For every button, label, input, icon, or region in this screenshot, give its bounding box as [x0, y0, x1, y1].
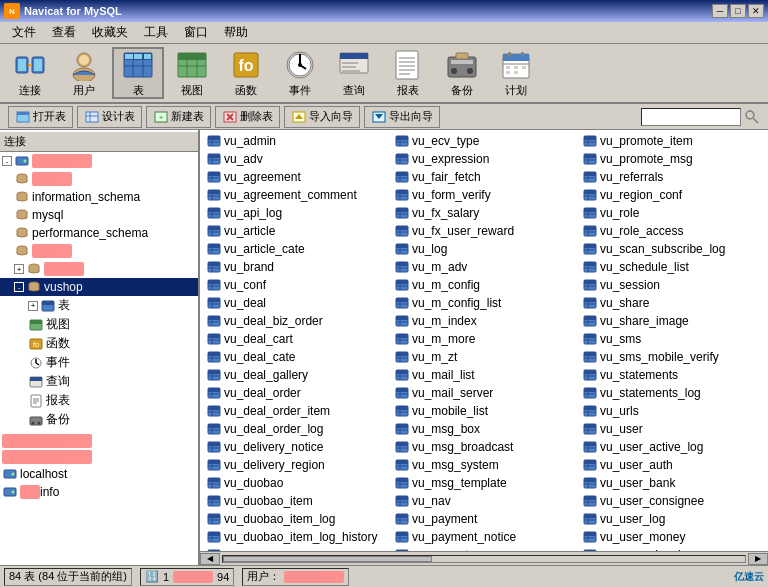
- table-row-item[interactable]: vu_promote_msg: [578, 150, 766, 168]
- table-row-item[interactable]: vu_brand: [202, 258, 390, 276]
- tree-item-w-info[interactable]: xxx info: [0, 483, 198, 501]
- table-row-item[interactable]: vu_sms_mobile_verify: [578, 348, 766, 366]
- toolbar-function-button[interactable]: fo 函数: [220, 47, 272, 99]
- scroll-right-btn[interactable]: ▶: [748, 553, 768, 565]
- delete-table-button[interactable]: 删除表: [215, 106, 280, 128]
- table-row-item[interactable]: vu_user_auth: [578, 456, 766, 474]
- table-row-item[interactable]: vu_user_log: [578, 510, 766, 528]
- tree-item-reports[interactable]: 报表: [0, 391, 198, 410]
- table-row-item[interactable]: vu_session: [578, 276, 766, 294]
- table-row-item[interactable]: vu_ecv_type: [390, 132, 578, 150]
- open-table-button[interactable]: 打开表: [8, 106, 73, 128]
- table-row-item[interactable]: vu_statements: [578, 366, 766, 384]
- table-row-item[interactable]: vu_mail_server: [390, 384, 578, 402]
- toolbar-connect-button[interactable]: 连接: [4, 47, 56, 99]
- table-row-item[interactable]: vu_m_more: [390, 330, 578, 348]
- tree-item-functions[interactable]: fo 函数: [0, 334, 198, 353]
- tree-item-queries[interactable]: 查询: [0, 372, 198, 391]
- table-row-item[interactable]: vu_user_consignee: [578, 492, 766, 510]
- table-row-item[interactable]: vu_duobao_item: [202, 492, 390, 510]
- menu-tools[interactable]: 工具: [136, 22, 176, 43]
- toolbar-query-button[interactable]: 查询: [328, 47, 380, 99]
- table-row-item[interactable]: vu_user_money: [578, 528, 766, 546]
- scroll-left-btn[interactable]: ◀: [200, 553, 220, 565]
- tree-item-redact3[interactable]: xxxxxxxxxx: [0, 449, 198, 465]
- new-table-button[interactable]: + 新建表: [146, 106, 211, 128]
- design-table-button[interactable]: 设计表: [77, 106, 142, 128]
- table-row-item[interactable]: vu_user_active_log: [578, 438, 766, 456]
- maximize-button[interactable]: □: [730, 4, 746, 18]
- toolbar-report-button[interactable]: 报表: [382, 47, 434, 99]
- table-row-item[interactable]: vu_m_config_list: [390, 294, 578, 312]
- search-icon[interactable]: [744, 109, 760, 125]
- tree-item-redact2[interactable]: xxxxxxxxxx: [0, 433, 198, 449]
- table-row-item[interactable]: vu_deal_cate: [202, 348, 390, 366]
- table-row-item[interactable]: vu_m_adv: [390, 258, 578, 276]
- table-row-item[interactable]: vu_duobao_item_log_history: [202, 528, 390, 546]
- table-row-item[interactable]: vu_deal_gallery: [202, 366, 390, 384]
- search-input[interactable]: [641, 108, 741, 126]
- table-row-item[interactable]: vu_fair_fetch: [390, 168, 578, 186]
- toolbar-schedule-button[interactable]: 计划: [490, 47, 542, 99]
- table-row-item[interactable]: vu_urls: [578, 402, 766, 420]
- table-row-item[interactable]: vu_fx_salary: [390, 204, 578, 222]
- table-row-item[interactable]: vu_agreement_comment: [202, 186, 390, 204]
- table-row-item[interactable]: vu_adv: [202, 150, 390, 168]
- table-row-item[interactable]: vu_share_image: [578, 312, 766, 330]
- table-row-item[interactable]: vu_m_zt: [390, 348, 578, 366]
- toolbar-user-button[interactable]: 用户: [58, 47, 110, 99]
- table-row-item[interactable]: vu_form_verify: [390, 186, 578, 204]
- table-row-item[interactable]: vu_msg_template: [390, 474, 578, 492]
- table-row-item[interactable]: vu_api_log: [202, 204, 390, 222]
- table-row-item[interactable]: vu_admin: [202, 132, 390, 150]
- tree-item-shed-redact[interactable]: + xxxxxx: [0, 260, 198, 278]
- table-row-item[interactable]: vu_deal_biz_order: [202, 312, 390, 330]
- tree-item-backups[interactable]: 备份: [0, 410, 198, 429]
- table-row-item[interactable]: vu_scan_subscribe_log: [578, 240, 766, 258]
- menu-help[interactable]: 帮助: [216, 22, 256, 43]
- tree-expand-vushop[interactable]: -: [14, 282, 24, 292]
- tree-item-perf-schema[interactable]: performance_schema: [0, 224, 198, 242]
- tree-item-views[interactable]: 视图: [0, 315, 198, 334]
- table-row-item[interactable]: vu_role_access: [578, 222, 766, 240]
- table-row-item[interactable]: vu_role: [578, 204, 766, 222]
- table-row-item[interactable]: vu_sms: [578, 330, 766, 348]
- table-row-item[interactable]: vu_deal_order: [202, 384, 390, 402]
- menu-file[interactable]: 文件: [4, 22, 44, 43]
- tree-item-vushop[interactable]: - vushop: [0, 278, 198, 296]
- tree-expand-root[interactable]: -: [2, 156, 12, 166]
- tree-item-root[interactable]: - xxxxxxx: [0, 152, 198, 170]
- export-wizard-button[interactable]: 导出向导: [364, 106, 440, 128]
- table-row-item[interactable]: vu_statements_log: [578, 384, 766, 402]
- table-row-item[interactable]: vu_schedule_list: [578, 258, 766, 276]
- tree-item-a-redact[interactable]: xxxx: [0, 170, 198, 188]
- table-row-item[interactable]: vu_agreement: [202, 168, 390, 186]
- toolbar-table-button[interactable]: 表: [112, 47, 164, 99]
- table-row-item[interactable]: vu_delivery_notice: [202, 438, 390, 456]
- table-row-item[interactable]: vu_m_config: [390, 276, 578, 294]
- tree-item-tables[interactable]: + 表: [0, 296, 198, 315]
- tree-item-info-schema[interactable]: information_schema: [0, 188, 198, 206]
- table-row-item[interactable]: vu_share: [578, 294, 766, 312]
- toolbar-backup-button[interactable]: 备份: [436, 47, 488, 99]
- tree-item-localhost[interactable]: localhost: [0, 465, 198, 483]
- table-row-item[interactable]: vu_deal_order_item: [202, 402, 390, 420]
- table-row-item[interactable]: vu_deal: [202, 294, 390, 312]
- table-row-item[interactable]: vu_payment_notice: [390, 528, 578, 546]
- table-row-item[interactable]: vu_msg_broadcast: [390, 438, 578, 456]
- toolbar-event-button[interactable]: 事件: [274, 47, 326, 99]
- tree-item-events[interactable]: 事件: [0, 353, 198, 372]
- table-row-item[interactable]: vu_msg_box: [390, 420, 578, 438]
- close-button[interactable]: ✕: [748, 4, 764, 18]
- table-row-item[interactable]: vu_nav: [390, 492, 578, 510]
- scrollbar-thumb[interactable]: [223, 556, 432, 562]
- table-row-item[interactable]: vu_promote_item: [578, 132, 766, 150]
- table-row-item[interactable]: vu_expression: [390, 150, 578, 168]
- menu-window[interactable]: 窗口: [176, 22, 216, 43]
- tree-item-s-redact[interactable]: xxxx: [0, 242, 198, 260]
- tree-expand-shed[interactable]: +: [14, 264, 24, 274]
- tree-expand-tables[interactable]: +: [28, 301, 38, 311]
- table-row-item[interactable]: vu_duobao_item_log: [202, 510, 390, 528]
- table-row-item[interactable]: vu_user: [578, 420, 766, 438]
- h-scrollbar[interactable]: ◀ ▶: [200, 551, 768, 565]
